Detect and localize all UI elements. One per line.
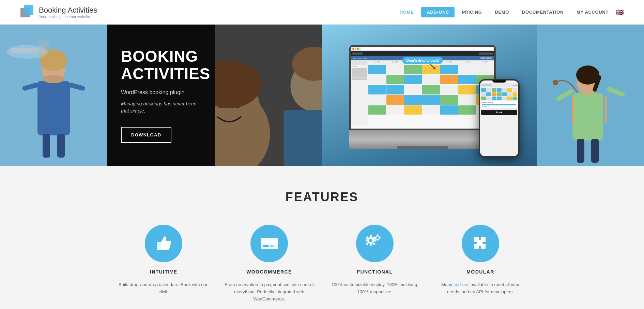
logo-subtitle: Your bookings on Your website	[39, 15, 97, 19]
hero-text-panel: BOOKING ACTIVITIES WordPress booking plu…	[107, 25, 215, 166]
svg-rect-37	[577, 139, 584, 163]
logo-icon	[20, 5, 35, 19]
svg-rect-44	[261, 240, 278, 243]
svg-rect-62	[374, 237, 375, 238]
laptop-mockup: Feb 19 – 25, 2017 week month Activit	[349, 45, 496, 149]
feature-modular: MODULAR Many add-ons available to meet a…	[434, 225, 526, 303]
svg-rect-9	[57, 134, 65, 158]
svg-rect-27	[215, 25, 322, 166]
laptop-screen: Feb 19 – 25, 2017 week month Activit	[349, 45, 496, 130]
device-mockup: Feb 19 – 25, 2017 week month Activit	[342, 42, 523, 159]
nav-item-documentation[interactable]: DOCUMENTATION	[517, 7, 569, 17]
svg-rect-8	[43, 134, 50, 158]
intuitive-icon	[145, 225, 182, 262]
laptop-base	[349, 130, 496, 149]
modular-icon	[462, 225, 499, 262]
svg-rect-1	[24, 5, 33, 15]
phone-screen: Selected activities: Quantity: 1 Book	[480, 80, 518, 156]
logo-area: Booking Activities Your bookings on Your…	[20, 5, 97, 19]
hero-collage-panel	[215, 25, 322, 166]
svg-rect-40	[605, 96, 607, 123]
svg-rect-50	[370, 244, 372, 246]
features-section: FEATURES INTUITIVE Build drag-and-drop c…	[0, 166, 644, 309]
nav-item-pricing[interactable]: PRICING	[457, 7, 488, 17]
svg-point-5	[43, 75, 64, 83]
nav-item-home[interactable]: HOME	[394, 7, 419, 17]
svg-rect-38	[591, 139, 599, 163]
woocommerce-desc: From reservation to payment, we take car…	[223, 281, 315, 303]
svg-point-48	[369, 239, 372, 242]
svg-rect-59	[377, 234, 378, 236]
feature-intuitive: INTUITIVE Build drag-and-drop calendars.…	[118, 225, 210, 303]
svg-rect-51	[374, 239, 376, 241]
functional-desc: 100% customizable display, 100% multilan…	[329, 281, 421, 296]
svg-rect-49	[370, 235, 372, 237]
svg-rect-4	[37, 81, 70, 135]
modular-name: MODULAR	[466, 269, 494, 275]
nav-item-add-ons[interactable]: ADD-ONS	[421, 7, 454, 17]
phone-book-button: Book	[481, 110, 517, 115]
svg-rect-46	[270, 245, 274, 247]
nav-item-my-account[interactable]: MY ACCOUNT	[571, 7, 614, 17]
svg-rect-43	[261, 238, 278, 249]
hero-left-bg	[0, 25, 107, 166]
hero-far-right-panel	[537, 25, 644, 166]
download-button[interactable]: DOWNLOAD	[121, 127, 171, 143]
features-title: FEATURES	[20, 190, 624, 204]
svg-rect-61	[380, 237, 381, 238]
header: Booking Activities Your bookings on Your…	[0, 0, 644, 25]
modular-desc: Many add-ons available to meet all your …	[434, 281, 526, 296]
svg-rect-45	[263, 245, 269, 247]
intuitive-name: INTUITIVE	[150, 269, 177, 275]
svg-point-41	[553, 80, 558, 85]
language-flag[interactable]: 🇬🇧	[616, 9, 624, 16]
hero-center: BOOKING ACTIVITIES WordPress booking plu…	[107, 25, 322, 166]
hero-subtitle: WordPress booking plugin	[121, 89, 201, 95]
functional-icon	[356, 225, 394, 262]
logo-text-wrap: Booking Activities Your bookings on Your…	[39, 6, 97, 19]
intuitive-desc: Build drag-and-drop calendars. Book with…	[118, 281, 210, 296]
hero-section: BOOKING ACTIVITIES WordPress booking plu…	[0, 25, 644, 166]
features-grid: INTUITIVE Build drag-and-drop calendars.…	[118, 225, 526, 303]
feature-woocommerce: WOOCOMMERCE From reservation to payment,…	[223, 225, 315, 303]
logo-title: Booking Activities	[39, 6, 97, 15]
hero-description: Managing bookings has never been that si…	[121, 100, 201, 115]
drag-tooltip: Drag'n drop to build	[402, 57, 443, 64]
functional-name: FUNCTIONAL	[357, 269, 393, 275]
svg-rect-14	[39, 48, 43, 58]
hero-title: BOOKING ACTIVITIES	[121, 48, 201, 82]
hero-left-panel	[0, 25, 107, 166]
svg-rect-52	[366, 239, 368, 241]
nav-item-demo[interactable]: DEMO	[489, 7, 515, 17]
svg-rect-60	[377, 240, 378, 241]
svg-rect-31	[572, 93, 603, 141]
svg-rect-42	[157, 242, 161, 250]
main-nav: HOME ADD-ONS PRICING DEMO DOCUMENTATION …	[394, 7, 624, 17]
svg-rect-39	[572, 96, 574, 123]
phone-mockup: Selected activities: Quantity: 1 Book Cl…	[479, 79, 520, 158]
feature-functional: FUNCTIONAL 100% customizable display, 10…	[329, 225, 421, 303]
hero-device-panel: Feb 19 – 25, 2017 week month Activit	[322, 25, 537, 166]
woocommerce-name: WOOCOMMERCE	[246, 269, 292, 275]
svg-point-58	[377, 236, 379, 239]
woocommerce-icon	[250, 225, 288, 262]
add-ons-link[interactable]: add-ons	[454, 282, 470, 287]
